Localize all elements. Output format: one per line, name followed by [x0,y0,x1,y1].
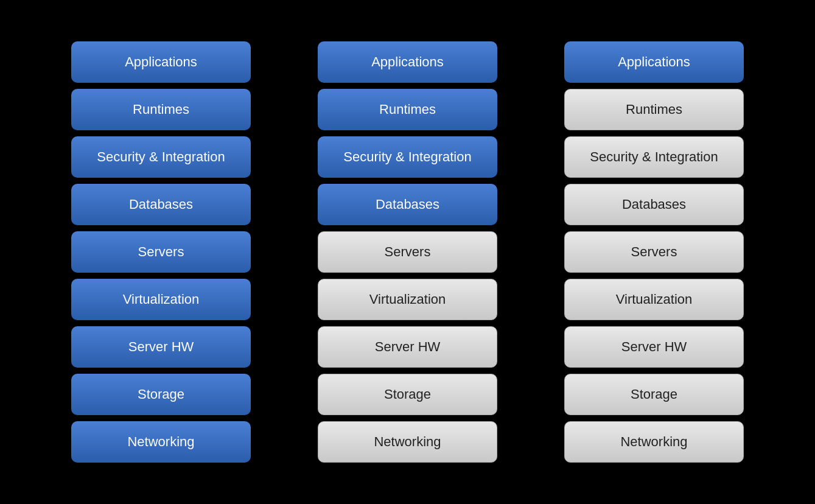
stack-item-3-9: Networking [564,421,744,463]
stack-item-3-3: Security & Integration [564,136,744,178]
stack-item-3-1: Applications [564,41,744,83]
stack-item-1-3: Security & Integration [71,136,251,178]
stack-item-1-6: Virtualization [71,279,251,320]
stack-item-2-8: Storage [318,374,497,415]
stack-item-2-7: Server HW [318,326,497,368]
stack-item-1-5: Servers [71,231,251,273]
stack-item-3-7: Server HW [564,326,744,368]
stack-column-2: ApplicationsRuntimesSecurity & Integrati… [318,41,497,463]
stack-item-2-2: Runtimes [318,89,497,130]
stack-item-3-6: Virtualization [564,279,744,320]
stack-item-2-3: Security & Integration [318,136,497,178]
stack-item-1-8: Storage [71,374,251,415]
stack-item-2-9: Networking [318,421,497,463]
stack-item-2-1: Applications [318,41,497,83]
stack-column-3: ApplicationsRuntimesSecurity & Integrati… [564,41,744,463]
stack-item-3-2: Runtimes [564,89,744,130]
stack-item-1-9: Networking [71,421,251,463]
stack-item-3-4: Databases [564,184,744,225]
columns-container: ApplicationsRuntimesSecurity & Integrati… [47,17,768,487]
stack-item-1-2: Runtimes [71,89,251,130]
stack-item-2-6: Virtualization [318,279,497,320]
stack-item-1-7: Server HW [71,326,251,368]
stack-item-2-4: Databases [318,184,497,225]
stack-column-1: ApplicationsRuntimesSecurity & Integrati… [71,41,251,463]
stack-item-3-8: Storage [564,374,744,415]
stack-item-1-1: Applications [71,41,251,83]
stack-item-2-5: Servers [318,231,497,273]
stack-item-3-5: Servers [564,231,744,273]
stack-item-1-4: Databases [71,184,251,225]
